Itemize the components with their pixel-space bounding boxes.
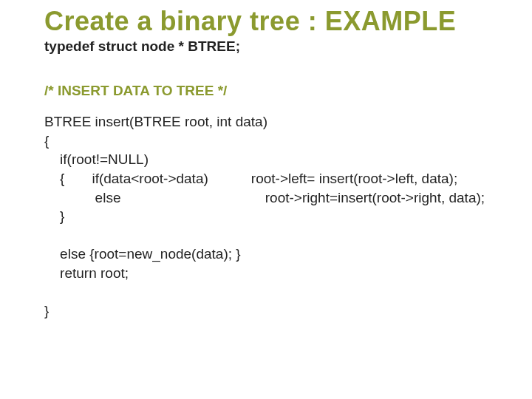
typedef-line: typedef struct node * BTREE; — [44, 38, 532, 55]
code-comment: /* INSERT DATA TO TREE */ — [44, 83, 532, 99]
code-block: BTREE insert(BTREE root, int data) { if(… — [44, 112, 532, 321]
slide-title: Create a binary tree : EXAMPLE — [44, 6, 532, 37]
